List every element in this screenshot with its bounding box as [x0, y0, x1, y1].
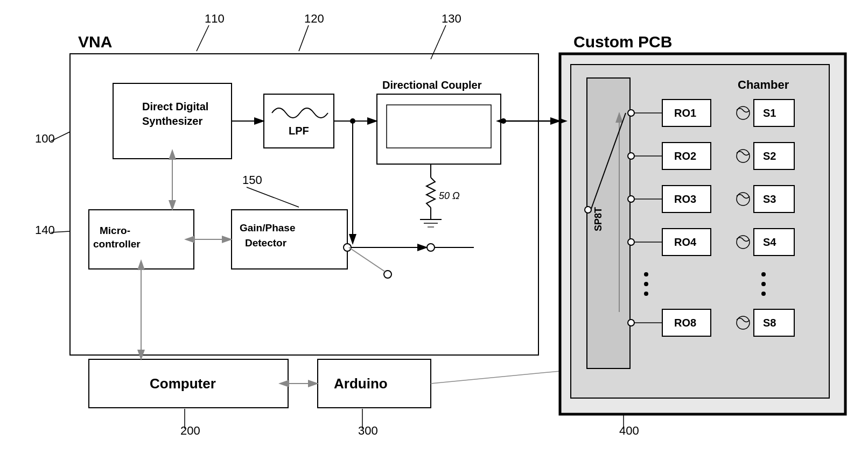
- ro3-label: RO3: [674, 193, 696, 205]
- dds-label2: Synthesizer: [142, 115, 202, 127]
- svg-rect-8: [264, 94, 334, 148]
- computer-label: Computer: [150, 375, 216, 392]
- ro4-label: RO4: [674, 236, 697, 248]
- sp8t-label: SP8T: [593, 207, 604, 231]
- svg-rect-13: [387, 105, 491, 148]
- ro2-label: RO2: [674, 150, 696, 162]
- gpd-label2: Detector: [245, 237, 287, 249]
- svg-point-62: [644, 282, 648, 286]
- ref-100: 100: [35, 132, 55, 145]
- svg-point-31: [384, 271, 391, 278]
- svg-point-30: [344, 244, 351, 251]
- svg-line-32: [349, 247, 385, 272]
- s2-label: S2: [763, 150, 776, 162]
- svg-line-0: [197, 25, 209, 51]
- arduino-label: Arduino: [334, 375, 388, 392]
- svg-point-52: [628, 153, 634, 159]
- svg-point-63: [644, 292, 648, 296]
- lpf-label: LPF: [289, 125, 309, 137]
- s1-label: S1: [763, 107, 776, 119]
- svg-line-1: [299, 25, 309, 51]
- dir-coupler-label: Directional Coupler: [382, 79, 482, 91]
- svg-point-61: [644, 272, 648, 276]
- ohm-label: 50 Ω: [439, 190, 460, 201]
- ref-130: 130: [442, 12, 461, 25]
- s4-label: S4: [763, 236, 776, 248]
- ref-300: 300: [358, 424, 378, 437]
- ref-110: 110: [205, 12, 225, 25]
- svg-marker-82: [496, 118, 503, 124]
- mc-label2: controller: [93, 238, 141, 250]
- ro8-label: RO8: [674, 317, 696, 329]
- svg-line-25: [247, 187, 299, 207]
- svg-line-39: [431, 371, 560, 384]
- svg-point-77: [761, 292, 766, 296]
- svg-point-27: [427, 244, 435, 251]
- ref-200: 200: [180, 424, 200, 437]
- diagram-container: 110 120 130 VNA 100 140 Direct Digital S…: [0, 0, 868, 454]
- s8-label: S8: [763, 317, 776, 329]
- svg-rect-5: [70, 54, 538, 355]
- svg-point-64: [628, 320, 634, 326]
- svg-point-58: [628, 239, 634, 245]
- svg-point-49: [628, 110, 634, 116]
- ro1-label: RO1: [674, 107, 696, 119]
- svg-point-75: [761, 272, 766, 276]
- custom-pcb-label: Custom PCB: [573, 33, 672, 51]
- s3-label: S3: [763, 193, 776, 205]
- chamber-label: Chamber: [738, 78, 789, 91]
- vna-label: VNA: [78, 33, 112, 51]
- ref-400: 400: [619, 424, 639, 437]
- mc-label: Micro-: [100, 225, 130, 236]
- svg-point-76: [761, 282, 766, 286]
- svg-point-55: [628, 196, 634, 202]
- ref-120: 120: [304, 12, 324, 25]
- dds-label: Direct Digital: [142, 101, 208, 112]
- svg-point-47: [585, 207, 591, 213]
- ref-150: 150: [242, 173, 262, 187]
- gpd-label: Gain/Phase: [240, 222, 296, 233]
- ref-140: 140: [35, 223, 55, 237]
